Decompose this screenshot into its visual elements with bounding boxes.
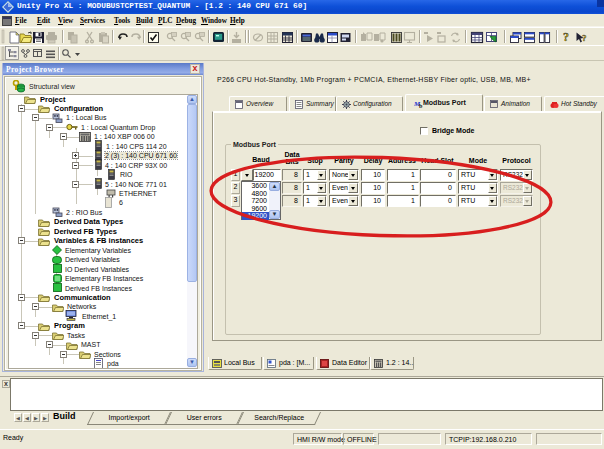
svg-text:?: ? [582,33,587,43]
svg-text:?: ? [563,30,569,44]
